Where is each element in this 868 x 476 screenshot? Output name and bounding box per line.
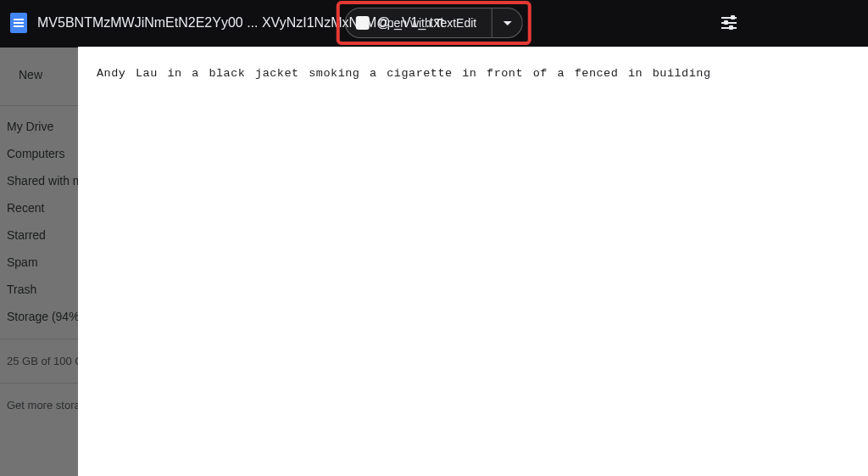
viewer-header: MV5BNTMzMWJiNmEtN2E2Yy00 ... XVyNzI1NzMx… [0, 0, 868, 46]
open-with-label: Open with TextEdit [378, 16, 476, 30]
preview-panel: Andy Lau in a black jacket smoking a cig… [78, 47, 868, 476]
document-icon [10, 13, 27, 33]
open-with-group: Open with TextEdit [345, 8, 523, 38]
textedit-app-icon [356, 16, 370, 30]
file-preview-viewer: MV5BNTMzMWJiNmEtN2E2Yy00 ... XVyNzI1NzMx… [0, 0, 868, 476]
chevron-down-icon [504, 21, 512, 25]
open-with-button[interactable]: Open with TextEdit [345, 8, 492, 38]
sliders-icon [721, 15, 737, 31]
open-with-dropdown-button[interactable] [492, 8, 523, 38]
file-content-text: Andy Lau in a black jacket smoking a cig… [78, 47, 868, 100]
settings-sliders-button[interactable] [719, 13, 739, 33]
